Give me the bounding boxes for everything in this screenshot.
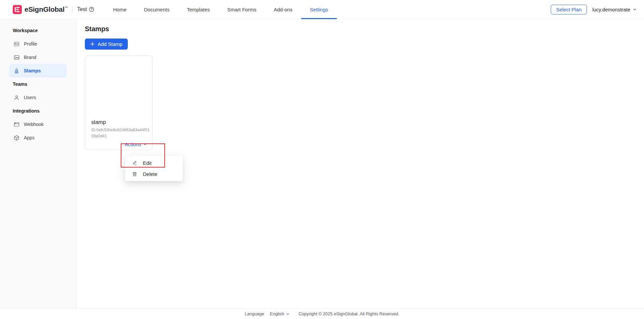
language-select[interactable]: English: [270, 311, 290, 316]
nav-settings[interactable]: Settings: [301, 0, 337, 19]
add-stamp-button-label: Add Stamp: [98, 41, 122, 47]
add-stamp-button[interactable]: Add Stamp: [85, 39, 128, 50]
header-divider: [72, 6, 72, 13]
chevron-down-icon: [633, 7, 637, 11]
sidebar-item-label: Profile: [24, 41, 37, 47]
nav-home-label: Home: [113, 7, 126, 12]
nav-templates-label: Templates: [187, 7, 210, 12]
workspace-name: Test: [77, 6, 87, 12]
brand-name[interactable]: eSignGlobal™: [24, 5, 67, 13]
user-icon: [14, 95, 19, 101]
image-icon: [14, 55, 19, 60]
stamp-image-area: [91, 56, 147, 119]
nav-templates[interactable]: Templates: [178, 0, 218, 19]
settings-sidebar: Workspace Profile Brand: [0, 19, 76, 308]
stamp-id: ID:0efc530e9c624663a63e44f0108a0d41: [91, 127, 151, 139]
plus-icon: [90, 42, 95, 46]
sidebar-item-webhook[interactable]: Webhook: [9, 118, 67, 131]
sidebar-item-label: Brand: [24, 55, 36, 60]
page-title: Stamps: [85, 25, 636, 33]
menu-item-label: Delete: [143, 171, 157, 177]
username: lucy.demonstrate: [592, 7, 630, 12]
sidebar-item-label: Webhook: [24, 122, 44, 127]
actions-dropdown-trigger[interactable]: Actions: [125, 141, 147, 147]
chevron-down-icon: [143, 142, 147, 146]
nav-documents[interactable]: Documents: [135, 0, 178, 19]
sidebar-item-brand[interactable]: Brand: [9, 51, 67, 64]
nav-add-ons[interactable]: Add-ons: [265, 0, 301, 19]
sidebar-section-integrations: Integrations: [0, 104, 76, 118]
nav-smart-forms-label: Smart Forms: [227, 7, 257, 12]
language-label: Language: [245, 311, 264, 316]
id-card-icon: [14, 41, 19, 47]
user-menu[interactable]: lucy.demonstrate: [592, 7, 637, 12]
sidebar-section-teams: Teams: [0, 77, 76, 91]
language-value: English: [270, 311, 284, 316]
stamp-icon: [14, 68, 19, 74]
logo-e-glyph: [14, 7, 20, 12]
nav-settings-label: Settings: [310, 7, 328, 12]
top-header: eSignGlobal™ Test Home Documents Templat…: [0, 0, 644, 19]
sidebar-item-label: Apps: [24, 135, 35, 140]
sidebar-item-apps[interactable]: Apps: [9, 131, 67, 144]
nav-home[interactable]: Home: [104, 0, 135, 19]
header-right: Select Plan lucy.demonstrate: [551, 5, 637, 14]
copyright-text: Copyright © 2025 eSignGlobal. All Rights…: [299, 311, 399, 316]
sidebar-section-workspace: Workspace: [0, 24, 76, 37]
sidebar-item-label: Users: [24, 95, 36, 100]
actions-dropdown-menu: Edit Delete: [125, 156, 183, 181]
actions-label: Actions: [125, 141, 141, 147]
page-footer: Language English Copyright © 2025 eSignG…: [0, 308, 644, 319]
edit-icon: [132, 161, 137, 166]
chevron-down-icon: [286, 312, 289, 316]
sidebar-item-label: Stamps: [24, 68, 41, 73]
nav-documents-label: Documents: [144, 7, 169, 12]
stamp-card: stamp ID:0efc530e9c624663a63e44f0108a0d4…: [85, 56, 153, 150]
card-actions-row: Actions: [91, 139, 147, 147]
main-nav: Home Documents Templates Smart Forms Add…: [104, 0, 337, 19]
select-plan-button[interactable]: Select Plan: [551, 5, 587, 14]
menu-item-label: Edit: [143, 160, 152, 166]
browser-window-icon: [14, 122, 19, 127]
brand-name-text: eSignGlobal: [24, 5, 64, 13]
menu-item-delete[interactable]: Delete: [125, 169, 183, 180]
cube-icon: [14, 135, 19, 141]
menu-item-edit[interactable]: Edit: [125, 157, 183, 169]
brand-trademark: ™: [65, 6, 68, 9]
page: eSignGlobal™ Test Home Documents Templat…: [0, 0, 644, 319]
help-icon[interactable]: [89, 7, 94, 12]
sidebar-item-profile[interactable]: Profile: [9, 37, 67, 51]
sidebar-item-users[interactable]: Users: [9, 91, 67, 104]
nav-smart-forms[interactable]: Smart Forms: [219, 0, 265, 19]
sidebar-item-stamps[interactable]: Stamps: [9, 64, 67, 77]
stamp-name: stamp: [91, 119, 147, 125]
trash-icon: [132, 172, 137, 177]
nav-add-ons-label: Add-ons: [274, 7, 292, 12]
brand-logo-icon[interactable]: [13, 5, 22, 14]
